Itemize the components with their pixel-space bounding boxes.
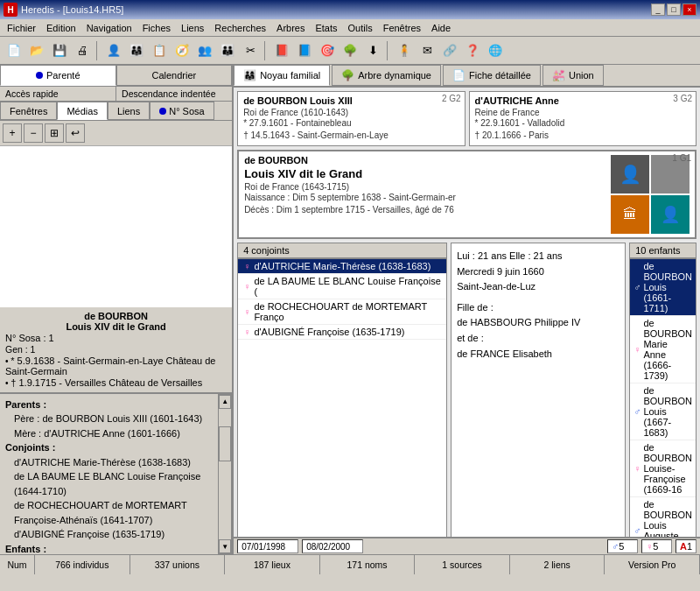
conjoint-item-4[interactable]: ♀ d'AUBIGNÉ Françoise (1635-1719) <box>238 325 446 340</box>
toolbar-scissors[interactable]: ✂ <box>240 40 261 61</box>
conjoint-item-1[interactable]: ♀ d'AUTRICHE Marie-Thérèse (1638-1683) <box>238 259 446 274</box>
toolbar-question[interactable]: ❓ <box>462 40 483 61</box>
father-line: Père : de BOURBON Louis XIII (1601-1643) <box>14 412 213 426</box>
conjoint-4[interactable]: d'AUBIGNÉ Françoise (1635-1719) <box>14 527 213 542</box>
toolbar-new[interactable]: 📄 <box>4 40 24 61</box>
scroll-up[interactable]: ▲ <box>219 395 231 409</box>
left-scrollbar[interactable]: ▲ ▼ <box>218 394 232 555</box>
bottom-lieux: 187 lieux <box>225 555 320 574</box>
center-prefix: de BOURBON <box>244 155 606 165</box>
grandmother-card[interactable]: 3 G2 d'AUTRICHE Anne Reine de France * 2… <box>469 91 696 146</box>
enfant-item-2[interactable]: ♀ de BOURBON Marie Anne (1666-1739) <box>630 316 696 383</box>
toolbar-target[interactable]: 🎯 <box>317 40 338 61</box>
menu-outils[interactable]: Outils <box>343 21 378 35</box>
toolbar-people2[interactable]: 👪 <box>217 40 238 61</box>
sub-tab-fenetres[interactable]: Fenêtres <box>0 102 57 120</box>
right-tabs: 👨‍👩‍👧 Noyau familial 🌳 Arbre dynamique 📄… <box>234 65 700 88</box>
maximize-button[interactable]: □ <box>667 4 681 16</box>
toolbar-arrow-down[interactable]: ⬇ <box>362 40 383 61</box>
female-icon: ♀ <box>243 261 250 271</box>
left-grid-btn[interactable]: ⊞ <box>45 123 64 143</box>
menu-edition[interactable]: Edition <box>41 21 81 35</box>
conjoint-2[interactable]: de LA BAUME LE BLANC Louise Françoise (1… <box>14 469 213 498</box>
menu-aide[interactable]: Aide <box>426 21 456 35</box>
left-add-btn[interactable]: + <box>3 123 22 143</box>
toolbar-add-person[interactable]: 👤 <box>103 40 124 61</box>
conjoint-item-3[interactable]: ♀ de ROCHECHOUART de MORTEMART Franço <box>238 299 446 325</box>
toolbar-open[interactable]: 📂 <box>26 40 47 61</box>
female-icon: ♀ <box>243 281 250 292</box>
tab-parente[interactable]: Parenté <box>0 65 116 86</box>
sub-tab-medias[interactable]: Médias <box>57 102 107 120</box>
status-male: ♂ 5 <box>607 539 638 553</box>
bottom-version: Version Pro <box>605 555 700 574</box>
bottom-liens: 2 liens <box>510 555 606 574</box>
person-birth: • * 5.9.1638 - Saint-Germain-en-Laye Châ… <box>5 355 227 376</box>
toolbar-navigate[interactable]: 🧭 <box>172 40 192 61</box>
toolbar-red-book[interactable]: 📕 <box>271 40 292 61</box>
female-icon: ♀ <box>634 344 640 355</box>
scroll-down[interactable]: ▼ <box>219 539 231 553</box>
tab-union[interactable]: 💒 Union <box>542 65 604 86</box>
photo-3: 🏛 <box>611 195 649 234</box>
sub-tab-sosa[interactable]: N° Sosa <box>150 102 214 120</box>
menu-fiches[interactable]: Fiches <box>137 21 176 35</box>
male-icon: ♂ <box>634 406 640 417</box>
status-date1[interactable]: 07/01/1998 <box>237 539 298 553</box>
conjoint-item-2[interactable]: ♀ de LA BAUME LE BLANC Louise Françoise … <box>238 274 446 299</box>
toolbar-blue-book[interactable]: 📘 <box>294 40 315 61</box>
enfants-panel: 10 enfants ♂ de BOURBON Louis (1661-1711… <box>629 243 696 537</box>
toolbar-print[interactable]: 🖨 <box>72 40 93 61</box>
left-remove-btn[interactable]: − <box>24 123 43 143</box>
menu-arbres[interactable]: Arbres <box>271 21 310 35</box>
scroll-thumb[interactable] <box>219 426 231 461</box>
mother-line: Mère : d'AUTRICHE Anne (1601-1666) <box>14 426 213 441</box>
descendance-indentee[interactable]: Descendance indentée <box>116 87 232 101</box>
minimize-button[interactable]: _ <box>651 4 665 16</box>
toolbar-add-source[interactable]: 📋 <box>149 40 170 61</box>
female-count: 5 <box>653 541 658 552</box>
status-date2[interactable]: 08/02/2000 <box>302 539 363 553</box>
acces-rapide[interactable]: Accès rapide <box>0 87 116 101</box>
grandfather-card[interactable]: 2 G2 de BOURBON Louis XIII Roi de France… <box>237 91 465 146</box>
menu-navigation[interactable]: Navigation <box>81 21 137 35</box>
enfant-item-4[interactable]: ♀ de BOURBON Louise-Françoise (1669-16 <box>630 440 696 497</box>
toolbar-envelope[interactable]: ✉ <box>416 40 438 61</box>
toolbar-globe[interactable]: 🌐 <box>485 40 506 61</box>
toolbar-tree[interactable]: 🌳 <box>340 40 360 61</box>
union-mother: de FRANCE Elisabeth <box>457 347 620 362</box>
toolbar-link[interactable]: 🔗 <box>439 40 460 61</box>
tab-arbre-dynamique[interactable]: 🌳 Arbre dynamique <box>332 65 441 86</box>
enfant-item-3[interactable]: ♂ de BOURBON Louis (1667-1683) <box>630 383 696 440</box>
left-panel: Parenté Calendrier Accès rapide Descenda… <box>0 65 234 554</box>
grandfather-death: † 14.5.1643 - Saint-Germain-en-Laye <box>243 130 458 142</box>
left-back-btn[interactable]: ↩ <box>66 123 85 143</box>
tab-fiche-detaillee[interactable]: 📄 Fiche détaillée <box>443 65 541 86</box>
menu-fenetres[interactable]: Fenêtres <box>378 21 426 35</box>
close-button[interactable]: × <box>682 4 696 16</box>
union-place: Saint-Jean-de-Luz <box>457 279 620 295</box>
enfant-item-5[interactable]: ♂ de BOURBON Louis Auguste (1670-1736) <box>630 497 696 537</box>
menu-etats[interactable]: Etats <box>310 21 342 35</box>
media-area <box>0 146 232 307</box>
grandmother-name: d'AUTRICHE Anne <box>475 95 690 106</box>
menu-fichier[interactable]: Fichier <box>2 21 41 35</box>
union-fille-de: Fille de : <box>457 300 620 316</box>
center-person-card[interactable]: 1 G1 de BOURBON Louis XIV dit le Grand R… <box>237 150 696 239</box>
menu-recherches[interactable]: Recherches <box>209 21 271 35</box>
toolbar-people[interactable]: 👥 <box>194 40 215 61</box>
app-icon: H <box>4 3 18 17</box>
sub-tab-liens[interactable]: Liens <box>108 102 150 120</box>
menu-liens[interactable]: Liens <box>176 21 209 35</box>
conjoint-3[interactable]: de ROCHECHOUART de MORTEMART Françoise-A… <box>14 498 213 527</box>
enfant-item-1[interactable]: ♂ de BOURBON Louis (1661-1711) <box>630 259 696 316</box>
conjoint-1[interactable]: d'AUTRICHE Marie-Thérèse (1638-1683) <box>14 455 213 470</box>
toolbar-save[interactable]: 💾 <box>49 40 70 61</box>
male-icon: ♂ <box>634 525 640 536</box>
tab-noyau-familial[interactable]: 👨‍👩‍👧 Noyau familial <box>234 65 330 86</box>
toolbar-add-family[interactable]: 👨‍👩‍👧 <box>126 40 147 61</box>
toolbar-person3[interactable]: 🧍 <box>394 40 415 61</box>
tab-calendrier[interactable]: Calendrier <box>116 65 233 86</box>
conjoints-header: 4 conjoints <box>237 243 447 258</box>
window-controls[interactable]: _ □ × <box>651 4 696 16</box>
